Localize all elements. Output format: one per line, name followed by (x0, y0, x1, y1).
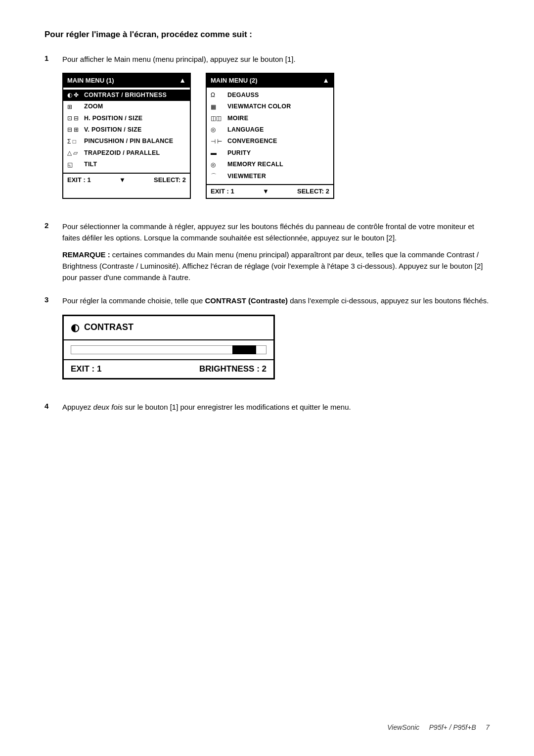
menu-1-row-0: ◐ ✤ CONTRAST / BRIGHTNESS (63, 90, 190, 101)
menu-1-label-4: PINCUSHION / PIN BALANCE (84, 137, 173, 146)
menu-2-row-0: Ω DEGAUSS (207, 90, 333, 101)
menu-1-title: MAIN MENU (1) (67, 76, 114, 86)
step-4-text-post: sur le bouton [1] pour enregistrer les m… (123, 403, 351, 411)
step-3: 3 Pour régler la commande choisie, telle… (44, 295, 490, 389)
menu-2-select: SELECT: 2 (297, 187, 329, 196)
menu-box-1: MAIN MENU (1) ▲ ◐ ✤ CONTRAST / BRIGHTNES… (62, 73, 191, 199)
step-1: 1 Pour afficher le Main menu (menu princ… (44, 53, 490, 209)
contrast-exit: EXIT : 1 (71, 363, 101, 376)
step-2-para2: REMARQUE : certaines commandes du Main m… (62, 249, 490, 284)
contrast-box: ◐ CONTRAST EXIT : 1 BRIGHTNESS : 2 (62, 315, 275, 379)
menu-2-icon-0: Ω (211, 91, 224, 100)
menu-2-title: MAIN MENU (2) (211, 76, 258, 86)
menu-1-label-3: V. POSITION / SIZE (84, 125, 142, 135)
menu-2-label-5: PURITY (227, 148, 251, 158)
step-3-text: Pour régler la commande choisie, telle q… (62, 295, 490, 306)
menu-2-header: MAIN MENU (2) ▲ (207, 74, 333, 88)
menu-1-icon-5: △ ▱ (67, 148, 81, 158)
step-4-text-italic: deux fois (93, 403, 123, 411)
menu-1-row-2: ⊡ ⊟ H. POSITION / SIZE (63, 113, 190, 124)
menu-1-body: ◐ ✤ CONTRAST / BRIGHTNESS ⊞ ZOOM ⊡ ⊟ H. … (63, 88, 190, 173)
menu-2-label-3: LANGUAGE (227, 125, 264, 135)
menu-1-label-6: TILT (84, 160, 97, 169)
menu-1-label-5: TRAPEZOID / PARALLEL (84, 148, 160, 158)
step-3-number: 3 (44, 295, 53, 304)
footer-model: P95f+ / P95f+B (429, 723, 476, 731)
menu-2-label-0: DEGAUSS (227, 91, 259, 100)
menu-1-icon-0: ◐ ✤ (67, 91, 81, 100)
menu-2-row-3: ◎ LANGUAGE (207, 124, 333, 136)
menu-2-icon-3: ◎ (211, 125, 224, 135)
step-1-number: 1 (44, 53, 53, 62)
menu-1-header: MAIN MENU (1) ▲ (63, 74, 190, 88)
menu-2-icon-6: ◎ (211, 160, 224, 170)
contrast-title: CONTRAST (84, 321, 134, 334)
step-2-remarque-bold: REMARQUE : (62, 250, 110, 259)
menu-2-exit: EXIT : 1 (211, 187, 234, 196)
step-4-text: Appuyez deux fois sur le bouton [1] pour… (62, 401, 490, 413)
menus-row: MAIN MENU (1) ▲ ◐ ✤ CONTRAST / BRIGHTNES… (62, 73, 490, 199)
menu-1-row-5: △ ▱ TRAPEZOID / PARALLEL (63, 147, 190, 159)
step-1-text: Pour afficher le Main menu (menu princip… (62, 53, 490, 65)
menu-1-label-0: CONTRAST / BRIGHTNESS (84, 91, 167, 100)
menu-1-icon-3: ⊟ ⊞ (67, 125, 81, 135)
step-3-text-bold: CONTRAST (Contraste) (205, 296, 288, 305)
menu-1-icon-6: ◱ (67, 160, 81, 170)
menu-1-select: SELECT: 2 (154, 175, 186, 185)
step-3-text-post: dans l'exemple ci-dessous, appuyez sur l… (288, 296, 489, 305)
contrast-brightness: BRIGHTNESS : 2 (199, 363, 267, 376)
menu-2-row-4: ⊣ ⊢ CONVERGENCE (207, 136, 333, 147)
menu-2-arrow-up: ▲ (322, 75, 329, 86)
menu-1-icon-4: Σ □ (67, 137, 81, 146)
menu-2-row-2: ◫◫ MOIRE (207, 113, 333, 124)
contrast-slider-row (64, 340, 273, 359)
menu-1-icon-1: ⊞ (67, 102, 81, 112)
contrast-slider-thumb (232, 345, 256, 354)
page-heading: Pour régler l'image à l'écran, procédez … (44, 30, 490, 40)
menu-2-row-7: ⌒ VIEWMETER (207, 171, 333, 182)
contrast-slider-track (71, 345, 267, 354)
step-2: 2 Pour sélectionner la commande à régler… (44, 221, 490, 283)
menu-2-icon-4: ⊣ ⊢ (211, 137, 224, 146)
menu-2-icon-7: ⌒ (211, 172, 224, 181)
menu-1-arrow-down: ▼ (119, 175, 126, 185)
menu-2-row-5: ▬ PURITY (207, 147, 333, 159)
step-3-text-pre: Pour régler la commande choisie, telle q… (62, 296, 205, 305)
menu-2-arrow-down: ▼ (263, 187, 269, 196)
step-4-number: 4 (44, 401, 53, 410)
menu-box-2: MAIN MENU (2) ▲ Ω DEGAUSS ▦ VIEWMATCH CO… (206, 73, 334, 199)
menu-1-row-6: ◱ TILT (63, 159, 190, 170)
step-2-number: 2 (44, 221, 53, 230)
menu-2-icon-2: ◫◫ (211, 114, 224, 123)
menu-1-footer: EXIT : 1 ▼ SELECT: 2 (63, 173, 190, 187)
menu-2-label-4: CONVERGENCE (227, 137, 277, 146)
menu-1-exit: EXIT : 1 (67, 175, 91, 185)
menu-1-arrow-up: ▲ (179, 75, 186, 86)
menu-2-icon-5: ▬ (211, 148, 224, 158)
footer-brand: ViewSonic (387, 723, 419, 731)
menu-1-icon-2: ⊡ ⊟ (67, 114, 81, 123)
menu-1-label-1: ZOOM (84, 102, 103, 111)
menu-2-footer: EXIT : 1 ▼ SELECT: 2 (207, 184, 333, 198)
menu-1-row-1: ⊞ ZOOM (63, 101, 190, 112)
step-4-text-pre: Appuyez (62, 403, 93, 411)
menu-2-label-1: VIEWMATCH COLOR (227, 102, 291, 111)
page-footer: ViewSonic P95f+ / P95f+B 7 (387, 723, 490, 731)
menu-1-row-4: Σ □ PINCUSHION / PIN BALANCE (63, 136, 190, 147)
menu-2-row-1: ▦ VIEWMATCH COLOR (207, 101, 333, 112)
menu-2-label-2: MOIRE (227, 114, 248, 123)
step-4: 4 Appuyez deux fois sur le bouton [1] po… (44, 401, 490, 413)
contrast-footer: EXIT : 1 BRIGHTNESS : 2 (64, 359, 273, 378)
menu-2-label-6: MEMORY RECALL (227, 160, 283, 169)
menu-2-body: Ω DEGAUSS ▦ VIEWMATCH COLOR ◫◫ MOIRE ◎ L… (207, 88, 333, 184)
footer-page: 7 (486, 723, 490, 731)
contrast-slider-fill (71, 346, 188, 354)
menu-1-row-3: ⊟ ⊞ V. POSITION / SIZE (63, 124, 190, 136)
contrast-header: ◐ CONTRAST (64, 316, 273, 340)
step-2-para1: Pour sélectionner la commande à régler, … (62, 221, 490, 244)
menu-2-icon-1: ▦ (211, 102, 224, 112)
step-2-remarque-rest: certaines commandes du Main menu (menu p… (62, 250, 483, 282)
menu-1-label-2: H. POSITION / SIZE (84, 114, 142, 123)
contrast-half-circle-icon: ◐ (71, 320, 79, 335)
menu-2-label-7: VIEWMETER (227, 172, 266, 181)
